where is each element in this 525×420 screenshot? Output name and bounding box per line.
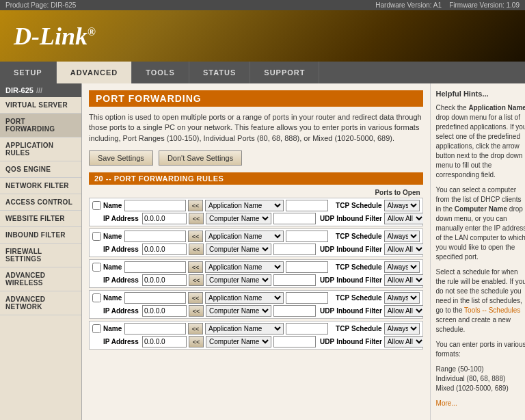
app-arrow-button-4[interactable]: << — [188, 323, 203, 334]
tab-tools[interactable]: TOOLS — [132, 62, 189, 83]
sidebar-item-qos-engine[interactable]: QOS ENGINE — [0, 161, 81, 178]
sidebar-item-inbound-filter[interactable]: INBOUND FILTER — [0, 227, 81, 244]
app-name-select-2[interactable]: Application Name — [205, 261, 284, 273]
tcp-input-3[interactable] — [286, 292, 328, 304]
inbound-filter-select-0[interactable]: Allow All — [384, 213, 423, 224]
app-name-select-1[interactable]: Application Name — [205, 231, 284, 242]
app-arrow-button-3[interactable]: << — [188, 292, 203, 304]
computer-arrow-button-3[interactable]: << — [189, 305, 204, 317]
hints-title: Helpful Hints... — [436, 89, 525, 99]
logo: D-Link® — [14, 22, 96, 51]
schedule-select-2[interactable]: Always — [384, 261, 420, 273]
ip-input-3[interactable] — [142, 305, 187, 317]
inbound-filter-select-3[interactable]: Allow All — [384, 305, 423, 317]
ip-label-3: IP Address — [103, 307, 140, 315]
rules-container: Name<<Application NameTCPScheduleAlwaysI… — [89, 198, 423, 352]
app-name-select-0[interactable]: Application Name — [205, 200, 284, 211]
name-label-3: Name — [103, 294, 122, 302]
udp-input-0[interactable] — [273, 213, 316, 224]
udp-input-2[interactable] — [273, 274, 316, 286]
rule-checkbox-1[interactable] — [92, 232, 101, 241]
computer-arrow-button-2[interactable]: << — [189, 274, 204, 286]
schedule-select-4[interactable]: Always — [384, 323, 420, 334]
tools-schedules-link[interactable]: Tools -- Schedules — [464, 306, 520, 314]
name-input-0[interactable] — [124, 200, 186, 211]
schedule-label-3: Schedule — [351, 294, 381, 302]
sidebar-item-application-rules[interactable]: APPLICATION RULES — [0, 137, 81, 161]
name-label-0: Name — [103, 202, 122, 209]
app-arrow-button-2[interactable]: << — [188, 261, 203, 273]
name-input-1[interactable] — [124, 231, 186, 242]
app-name-select-3[interactable]: Application Name — [205, 292, 284, 304]
schedule-select-1[interactable]: Always — [384, 231, 420, 242]
computer-arrow-button-1[interactable]: << — [189, 244, 204, 255]
rule-group-0: Name<<Application NameTCPScheduleAlwaysI… — [89, 198, 423, 226]
tab-setup[interactable]: SETUP — [0, 62, 57, 83]
app-arrow-button-1[interactable]: << — [188, 231, 203, 242]
computer-name-select-1[interactable]: Computer Name — [206, 244, 271, 255]
ip-label-1: IP Address — [103, 246, 140, 253]
more-link[interactable]: More... — [436, 399, 457, 407]
tcp-input-0[interactable] — [286, 200, 328, 211]
inbound-filter-select-4[interactable]: Allow All — [384, 336, 423, 347]
ip-input-0[interactable] — [142, 213, 187, 224]
computer-arrow-button-0[interactable]: << — [189, 213, 204, 224]
rule-checkbox-3[interactable] — [92, 293, 101, 302]
rule-checkbox-2[interactable] — [92, 263, 101, 272]
button-row: Save Settings Don't Save Settings — [89, 150, 423, 166]
udp-input-1[interactable] — [273, 244, 316, 255]
dont-save-settings-button[interactable]: Don't Save Settings — [159, 150, 242, 166]
hints-panel: Helpful Hints... Check the Application N… — [430, 83, 525, 420]
udp-input-4[interactable] — [273, 336, 316, 347]
tab-advanced[interactable]: ADVANCED — [57, 62, 133, 83]
computer-arrow-button-4[interactable]: << — [189, 336, 204, 347]
sidebar-item-network-filter[interactable]: NETWORK FILTER — [0, 178, 81, 194]
rule-checkbox-4[interactable] — [92, 324, 101, 333]
inbound-filter-select-2[interactable]: Allow All — [384, 274, 423, 286]
computer-name-select-0[interactable]: Computer Name — [206, 213, 271, 224]
tcp-input-4[interactable] — [286, 323, 328, 334]
save-settings-button[interactable]: Save Settings — [89, 150, 153, 166]
name-label-2: Name — [103, 263, 122, 271]
rules-list: Name<<Application NameTCPScheduleAlwaysI… — [89, 198, 423, 350]
sidebar-item-firewall-settings[interactable]: FIREWALL SETTINGS — [0, 244, 81, 267]
ip-input-1[interactable] — [142, 244, 187, 255]
tcp-input-1[interactable] — [286, 231, 328, 242]
udp-input-3[interactable] — [273, 305, 316, 317]
app-arrow-button-0[interactable]: << — [188, 200, 203, 211]
sidebar-item-advanced-network[interactable]: ADVANCED NETWORK — [0, 291, 81, 315]
tab-status[interactable]: STATUS — [189, 62, 250, 83]
page-description: This option is used to open multiple por… — [89, 112, 423, 144]
inbound-filter-label-4: Inbound Filter — [336, 338, 382, 345]
sidebar-item-port-forwarding[interactable]: PORT FORWARDING — [0, 114, 81, 137]
header: D-Link® — [0, 10, 525, 62]
tcp-input-2[interactable] — [286, 261, 328, 273]
nav-tabs: SETUP ADVANCED TOOLS STATUS SUPPORT — [0, 62, 525, 83]
udp-label-0: UDP — [320, 215, 334, 222]
computer-name-select-2[interactable]: Computer Name — [206, 274, 271, 286]
sidebar-item-virtual-server[interactable]: VIRTUAL SERVER — [0, 97, 81, 114]
schedule-select-0[interactable]: Always — [384, 200, 420, 211]
computer-name-select-3[interactable]: Computer Name — [206, 305, 271, 317]
rule-group-4: Name<<Application NameTCPScheduleAlwaysI… — [89, 321, 423, 350]
inbound-filter-label-0: Inbound Filter — [336, 215, 382, 222]
schedule-label-1: Schedule — [351, 233, 381, 240]
udp-label-4: UDP — [320, 338, 334, 345]
rule-checkbox-0[interactable] — [92, 201, 101, 210]
sidebar-item-website-filter[interactable]: WEBSITE FILTER — [0, 211, 81, 227]
app-name-select-4[interactable]: Application Name — [205, 323, 284, 334]
schedule-label-2: Schedule — [351, 263, 381, 271]
udp-label-3: UDP — [320, 307, 334, 315]
tab-support[interactable]: SUPPORT — [250, 62, 319, 83]
sidebar-item-advanced-wireless[interactable]: ADVANCED WIRELESS — [0, 267, 81, 291]
name-input-4[interactable] — [124, 323, 186, 334]
inbound-filter-select-1[interactable]: Allow All — [384, 244, 423, 255]
schedule-select-3[interactable]: Always — [384, 292, 420, 304]
name-input-2[interactable] — [124, 261, 186, 273]
name-input-3[interactable] — [124, 292, 186, 304]
computer-name-select-4[interactable]: Computer Name — [206, 336, 271, 347]
sidebar-item-access-control[interactable]: ACCESS CONTROL — [0, 194, 81, 211]
ip-input-4[interactable] — [142, 336, 187, 347]
ip-input-2[interactable] — [142, 274, 187, 286]
name-label-4: Name — [103, 325, 122, 332]
